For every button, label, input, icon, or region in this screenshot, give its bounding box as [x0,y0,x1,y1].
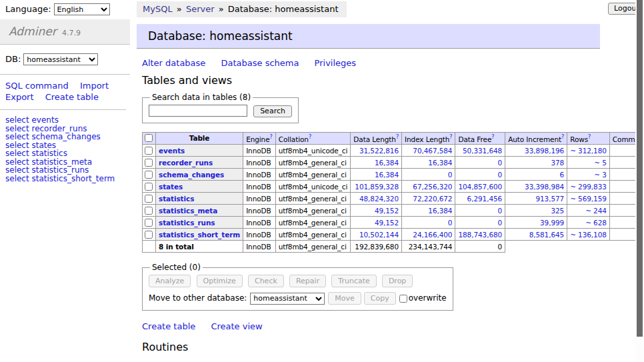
db-select[interactable]: homeassistant [23,53,98,65]
sidebar-table-link-select-events[interactable]: select events [5,116,130,125]
data-free-link[interactable]: 50,331,648 [463,147,502,155]
move-button[interactable]: Move [328,292,361,305]
help-link[interactable]: ? [588,134,591,140]
data-length-link[interactable]: 49,152 [375,207,399,215]
action-link-privileges[interactable]: Privileges [315,58,357,68]
menu-link-import[interactable]: Import [80,81,109,91]
table-name-link[interactable]: schema_changes [159,171,224,179]
sidebar-table-link-select-statistics[interactable]: select statistics [5,149,130,158]
auto-increment-link[interactable]: 33,398,984 [525,183,564,191]
table-name-link[interactable]: statistics_meta [159,207,217,215]
auto-increment-link[interactable]: 39,999 [540,219,564,227]
action-link-alter-database[interactable]: Alter database [142,58,205,68]
bulk-button-analyze[interactable]: Analyze [149,275,191,287]
scrollbar-thumb[interactable] [637,0,643,337]
row-checkbox[interactable] [145,231,153,239]
rows-count-link[interactable]: ~ 299,833 [570,183,607,191]
table-name-link[interactable]: states [159,183,183,191]
sidebar-table-link-select-statistics-short-term[interactable]: select statistics_short_term [5,175,130,183]
data-free-cell: 188,743,680 [455,229,505,241]
data-free-link[interactable]: 6,291,456 [467,195,503,203]
sidebar-table-link-select-schema-changes[interactable]: select schema_changes [5,133,130,141]
row-checkbox[interactable] [145,171,153,179]
table-name-link[interactable]: statistics [159,195,194,203]
row-checkbox[interactable] [145,195,153,203]
rows-count-link[interactable]: ~ 3 [594,171,607,179]
help-link[interactable]: ? [309,134,311,140]
row-checkbox[interactable] [145,183,153,191]
help-link[interactable]: ? [270,134,273,140]
data-free-link[interactable]: 104,857,600 [458,183,502,191]
auto-increment-link[interactable]: 8,581,645 [529,231,565,239]
index-length-cell: 0 [402,169,455,181]
index-length-link[interactable]: 70,467,584 [413,147,452,155]
help-link[interactable]: ? [561,134,564,140]
index-length-link[interactable]: 67,256,320 [413,183,452,191]
breadcrumb-link-server[interactable]: Server [186,4,215,14]
data-free-link[interactable]: 0 [498,207,503,215]
bulk-button-check[interactable]: Check [248,275,284,287]
rows-count-link[interactable]: ~ 312,180 [570,147,607,155]
sidebar-table-link-select-statistics-runs[interactable]: select statistics_runs [5,166,130,175]
table-name-link[interactable]: statistics_runs [159,219,215,227]
rows-count-link[interactable]: ~ 628 [585,219,607,227]
auto-increment-link[interactable]: 6 [560,171,565,179]
table-name-link[interactable]: events [159,147,185,155]
menu-link-sql-command[interactable]: SQL command [5,81,69,91]
auto-increment-link[interactable]: 325 [551,207,564,215]
rows-count-link[interactable]: ~ 136,108 [570,231,607,239]
index-length-link[interactable]: 72,220,672 [413,195,452,203]
menu-link-export[interactable]: Export [5,92,34,102]
data-free-link[interactable]: 0 [498,171,503,179]
app-name[interactable]: Adminer [9,25,57,38]
overwrite-checkbox[interactable] [399,295,407,303]
data-length-link[interactable]: 49,152 [375,219,399,227]
create-link-create-view[interactable]: Create view [211,321,262,331]
action-link-database-schema[interactable]: Database schema [221,58,299,68]
index-length-link[interactable]: 0 [448,171,453,179]
row-checkbox[interactable] [145,219,153,227]
rows-count-link[interactable]: ~ 569,159 [570,195,607,203]
copy-button[interactable]: Copy [364,292,396,305]
bulk-button-repair[interactable]: Repair [289,275,326,287]
auto-increment-link[interactable]: 913,577 [535,195,564,203]
row-checkbox[interactable] [145,147,153,155]
data-free-link[interactable]: 0 [498,159,503,167]
create-link-create-table[interactable]: Create table [142,321,195,331]
help-link[interactable]: ? [491,134,494,140]
language-select[interactable]: English [54,3,110,15]
row-checkbox[interactable] [145,207,153,215]
rows-count-link[interactable]: ~ 5 [594,159,607,167]
data-length-link[interactable]: 16,384 [375,171,399,179]
select-all-checkbox[interactable] [145,134,153,142]
breadcrumb-link-mysql[interactable]: MySQL [143,4,173,14]
bulk-button-optimize[interactable]: Optimize [197,275,243,287]
rows-count-link[interactable]: ~ 244 [585,207,607,215]
bulk-button-truncate[interactable]: Truncate [331,275,376,287]
vertical-scrollbar[interactable] [635,0,644,362]
table-row: recorder_runsInnoDButf8mb4_general_ci16,… [143,157,644,169]
data-free-link[interactable]: 188,743,680 [458,231,502,239]
search-button[interactable]: Search [253,105,292,117]
bulk-button-drop[interactable]: Drop [382,275,413,287]
menu-link-create-table[interactable]: Create table [45,92,99,102]
row-checkbox[interactable] [145,159,153,167]
data-length-link[interactable]: 16,384 [375,159,399,167]
search-input[interactable] [149,105,247,117]
table-name-link[interactable]: recorder_runs [159,159,213,167]
data-length-link[interactable]: 31,522,816 [359,147,399,155]
index-length-link[interactable]: 16,384 [428,159,452,167]
data-free-link[interactable]: 0 [498,219,503,227]
move-db-select[interactable]: homeassistant [250,293,325,305]
table-name-link[interactable]: statistics_short_term [159,231,240,239]
index-length-link[interactable]: 24,166,400 [413,231,452,239]
help-link[interactable]: ? [396,134,399,140]
help-link[interactable]: ? [449,134,452,140]
data-length-link[interactable]: 10,502,144 [359,231,399,239]
index-length-link[interactable]: 16,384 [428,207,452,215]
data-length-link[interactable]: 101,859,328 [355,183,399,191]
auto-increment-link[interactable]: 33,898,196 [525,147,564,155]
data-length-link[interactable]: 48,824,320 [359,195,399,203]
auto-increment-link[interactable]: 378 [551,159,564,167]
index-length-link[interactable]: 0 [448,219,453,227]
